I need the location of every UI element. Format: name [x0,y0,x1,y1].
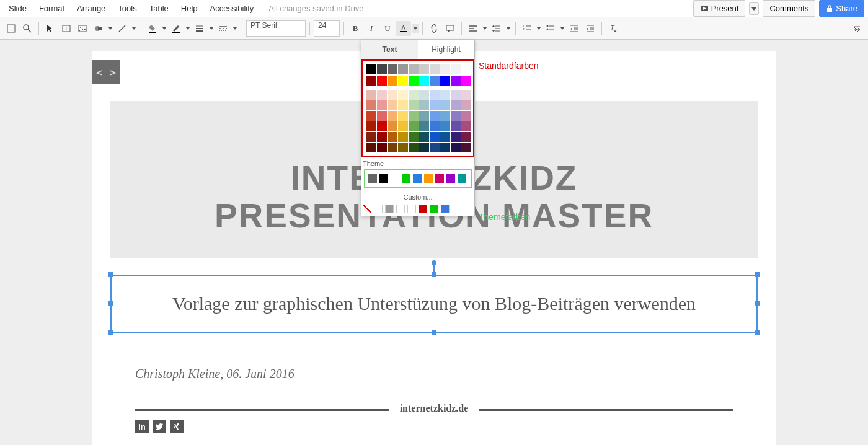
numbered-list-icon[interactable]: 12 [520,21,534,36]
color-swatch[interactable] [409,121,418,131]
dash-dropdown[interactable] [232,27,238,30]
color-swatch[interactable] [451,132,461,142]
color-swatch[interactable] [440,121,450,131]
color-swatch[interactable] [419,76,429,86]
underline-icon[interactable]: U [380,21,395,36]
comments-button[interactable]: Comments [763,0,815,17]
color-swatch[interactable] [430,111,440,121]
color-swatch[interactable] [451,111,461,121]
color-swatch[interactable] [419,132,429,142]
menu-format[interactable]: Format [34,1,69,15]
color-swatch[interactable] [419,90,429,100]
color-swatch[interactable] [398,90,408,100]
color-swatch[interactable] [451,64,461,74]
color-swatch[interactable] [409,111,418,121]
linkedin-icon[interactable]: in [135,420,149,433]
subtitle-textbox[interactable]: Vorlage zur graphischen Unterstüzung von… [110,275,758,333]
present-button[interactable]: Present [693,0,746,17]
color-swatch[interactable] [440,76,450,86]
indent-decrease-icon[interactable] [567,21,582,36]
fill-color-icon[interactable] [145,21,160,36]
color-tab-highlight[interactable]: Highlight [418,40,474,59]
color-swatch[interactable] [388,76,397,86]
fill-dropdown[interactable] [161,27,167,30]
select-tool-icon[interactable] [43,21,58,36]
color-swatch[interactable] [388,132,397,142]
color-swatch[interactable] [366,121,376,131]
theme-swatch[interactable] [379,174,388,183]
custom-swatch[interactable] [430,205,438,213]
spacing-dropdown[interactable] [505,27,512,30]
color-swatch[interactable] [419,121,429,131]
color-swatch[interactable] [419,143,429,152]
color-swatch[interactable] [461,64,471,74]
selection-handle[interactable] [755,301,760,306]
theme-swatch[interactable] [402,174,410,183]
custom-swatch[interactable] [418,205,427,213]
color-swatch[interactable] [388,64,397,74]
color-swatch[interactable] [461,90,471,100]
canvas[interactable]: < > INTERNETZKIDZ PRESENTATION MASTER Vo… [0,40,868,445]
color-swatch[interactable] [430,90,440,100]
text-color-icon[interactable]: A [396,21,411,36]
image-icon[interactable] [75,21,90,36]
selection-handle[interactable] [432,272,436,277]
color-swatch[interactable] [430,64,440,74]
linecolor-dropdown[interactable] [185,27,191,30]
color-swatch[interactable] [377,143,387,152]
expand-toolbar-icon[interactable] [849,21,864,36]
color-swatch[interactable] [451,100,461,110]
selection-handle[interactable] [755,272,760,277]
theme-swatch[interactable] [446,174,455,183]
custom-swatch[interactable] [385,205,394,213]
line-dash-icon[interactable] [216,21,231,36]
selection-handle[interactable] [108,330,113,335]
fit-icon[interactable] [4,21,19,36]
custom-label[interactable]: Custom... [361,191,474,202]
selection-handle[interactable] [108,272,113,277]
color-swatch[interactable] [377,111,387,121]
theme-swatch[interactable] [391,174,399,183]
color-swatch[interactable] [440,64,450,74]
custom-swatch[interactable] [374,205,383,213]
color-swatch[interactable] [409,132,418,142]
shape-icon[interactable] [91,21,106,36]
clear-formatting-icon[interactable]: T [606,21,621,36]
line-icon[interactable] [115,21,130,36]
selection-handle[interactable] [755,330,760,335]
color-swatch[interactable] [440,90,450,100]
color-swatch[interactable] [366,90,376,100]
weight-dropdown[interactable] [208,27,215,30]
color-swatch[interactable] [377,100,387,110]
custom-swatch[interactable] [396,205,405,213]
color-swatch[interactable] [409,90,418,100]
selection-handle[interactable] [108,301,113,306]
embed-icon[interactable]: < > [92,60,120,84]
comment-icon[interactable] [443,21,458,36]
color-swatch[interactable] [440,143,450,152]
present-dropdown[interactable] [749,2,759,15]
font-size-select[interactable]: 24 [314,20,340,37]
zoom-icon[interactable] [20,21,35,36]
color-swatch[interactable] [398,64,408,74]
color-swatch[interactable] [409,100,418,110]
align-dropdown[interactable] [482,27,488,30]
color-swatch[interactable] [388,121,397,131]
color-swatch[interactable] [451,76,461,86]
color-swatch[interactable] [398,132,408,142]
color-swatch[interactable] [419,64,429,74]
color-swatch[interactable] [430,143,440,152]
line-dropdown[interactable] [131,27,137,30]
color-swatch[interactable] [461,111,471,121]
color-swatch[interactable] [461,143,471,152]
color-swatch[interactable] [451,90,461,100]
color-swatch[interactable] [451,121,461,131]
color-swatch[interactable] [366,76,376,86]
line-weight-icon[interactable] [192,21,207,36]
align-icon[interactable] [466,21,480,36]
share-button[interactable]: Share [819,0,864,17]
color-swatch[interactable] [451,143,461,152]
theme-swatch[interactable] [424,174,433,183]
bullet-list-icon[interactable] [543,21,558,36]
color-swatch[interactable] [366,111,376,121]
